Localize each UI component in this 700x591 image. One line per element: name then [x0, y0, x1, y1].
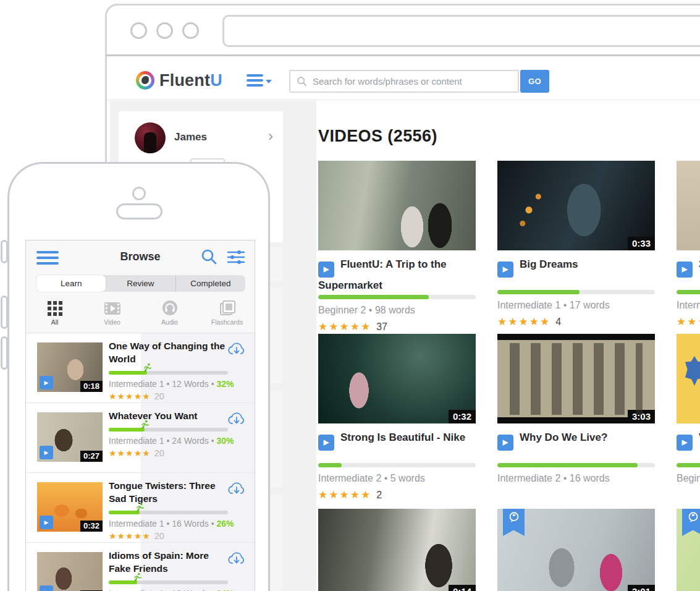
play-icon[interactable]: ▶ [318, 435, 334, 451]
duration-badge: 0:32 [449, 410, 476, 423]
video-thumbnail[interactable]: 0:32 [318, 334, 476, 423]
video-title: ▶FluentU: A Trip to the Supermarket [318, 257, 476, 294]
download-cloud-icon[interactable] [227, 481, 246, 500]
video-card[interactable]: 3:03 ▶Why Do We Live? Intermediate 2 • 1… [497, 334, 655, 501]
filter-all[interactable]: All [26, 299, 83, 326]
video-thumbnail[interactable]: 3:03 [497, 334, 655, 423]
duration-badge: 3:01 [628, 585, 655, 591]
duration-badge: 0:14 [449, 585, 476, 591]
rating-count: 20 [154, 531, 164, 541]
download-cloud-icon[interactable] [227, 551, 246, 569]
rating: ★★★★★2 [318, 488, 476, 501]
play-icon[interactable]: ▶ [318, 261, 334, 278]
progress-bar [497, 463, 655, 467]
video-thumbnail[interactable] [677, 509, 700, 591]
lesson-list-item[interactable]: ▶ 0:32 Tongue Twisters: Three Sad Tigers… [26, 473, 255, 543]
progress-bar [318, 463, 476, 467]
play-icon[interactable]: ▶ [497, 261, 513, 278]
window-control-2[interactable] [156, 22, 173, 39]
lesson-list-item[interactable]: ▶ 0:27 Whatever You Want Intermediate 1 … [26, 403, 255, 473]
video-card[interactable]: ▶3 Intermediate 1 ★★★★★ [677, 161, 700, 328]
video-thumbnail[interactable]: 3:01 [497, 509, 655, 591]
url-bar[interactable] [222, 15, 700, 47]
lesson-thumbnail[interactable]: ▶ 0:18 [37, 342, 103, 392]
search-icon [297, 76, 307, 87]
play-icon[interactable]: ▶ [677, 435, 693, 451]
progress-bar [677, 463, 700, 467]
video-meta: Intermediate 1 [677, 300, 700, 311]
video-card[interactable]: 0:32 ▶Strong Is Beautiful - Nike Interme… [318, 334, 476, 501]
lesson-thumbnail[interactable]: ▶ 0:32 [37, 482, 103, 532]
page-title: VIDEOS (2556) [318, 127, 437, 146]
progress-bar [497, 290, 655, 294]
play-icon: ▶ [40, 376, 53, 389]
tab-learn[interactable]: Learn [36, 275, 106, 292]
video-card[interactable]: 3:01 [497, 509, 655, 591]
stars: ★★★★★ [318, 321, 371, 333]
rating: ★★★★★20 [109, 391, 250, 401]
video-meta: Intermediate 2 • 5 words [318, 473, 476, 484]
video-thumbnail[interactable] [677, 161, 700, 250]
video-thumbnail[interactable] [677, 334, 700, 423]
lesson-thumbnail[interactable]: ▶ 0:27 [37, 412, 103, 462]
fluentu-globe-icon [136, 71, 154, 90]
stars: ★★★★★ [497, 316, 550, 328]
video-thumbnail[interactable]: 0:33 [497, 161, 655, 250]
headphones-icon [162, 300, 178, 316]
chevron-right-icon: › [268, 127, 273, 145]
fluentu-ribbon-badge [503, 509, 525, 536]
lesson-list-item[interactable]: ▶ 0:18 One Way of Changing the World Int… [26, 333, 255, 403]
progress-percent: 30% [217, 436, 234, 446]
rating: ★★★★★4 [497, 315, 655, 328]
video-thumbnail[interactable] [318, 161, 476, 250]
rating: ★★★★★20 [109, 448, 250, 458]
video-card[interactable]: 0:14 [318, 509, 476, 591]
video-card[interactable] [677, 509, 700, 591]
filter-audio[interactable]: Audio [141, 299, 198, 326]
video-title: ▶V [677, 430, 700, 462]
video-card[interactable]: 0:33 ▶Big Dreams Intermediate 1 • 17 wor… [497, 161, 655, 328]
play-icon[interactable]: ▶ [497, 435, 513, 451]
rating [497, 488, 655, 501]
app-filter-button[interactable] [226, 249, 246, 268]
app-screen: Browse Learn Review Completed All [25, 240, 255, 591]
rating-count: 20 [154, 391, 164, 401]
fluentu-logo[interactable]: FluentU [136, 70, 222, 91]
video-card[interactable]: ▶V Beginner 1 [677, 334, 700, 501]
search-icon [200, 248, 217, 265]
video-thumbnail[interactable]: 0:14 [318, 509, 476, 591]
runner-icon [135, 503, 145, 515]
play-icon[interactable]: ▶ [677, 261, 693, 278]
filter-video[interactable]: Video [83, 299, 141, 326]
logo-text: FluentU [159, 71, 222, 90]
video-meta: Intermediate 2 • 16 words [497, 473, 655, 484]
filter-flashcards[interactable]: Flashcards [198, 299, 255, 326]
lesson-list-item[interactable]: ▶ 0:18 Idioms of Spain: More Fake Friend… [26, 543, 255, 591]
download-cloud-icon[interactable] [227, 341, 246, 360]
rating: ★★★★★37 [318, 320, 476, 333]
main-menu-button[interactable] [247, 74, 274, 89]
tab-review[interactable]: Review [106, 275, 175, 292]
window-control-1[interactable] [130, 22, 147, 39]
app-search-button[interactable] [200, 248, 217, 268]
stars: ★★★★★ [109, 448, 151, 458]
window-control-3[interactable] [182, 22, 199, 39]
rating-count: 37 [376, 321, 387, 332]
app-title: Browse [26, 250, 255, 263]
grid-icon [48, 301, 62, 316]
lesson-thumbnail[interactable]: ▶ 0:18 [37, 552, 103, 591]
duration-badge: 0:32 [80, 521, 103, 532]
user-name: James [174, 131, 207, 143]
sliders-icon [226, 249, 246, 266]
go-button[interactable]: GO [520, 70, 549, 93]
download-cloud-icon[interactable] [227, 411, 246, 430]
screenshot-canvas: FluentU Search for words/phrases or cont… [0, 0, 700, 591]
phone-speaker [116, 203, 162, 219]
video-card[interactable]: ▶FluentU: A Trip to the Supermarket Begi… [318, 161, 476, 333]
video-title: ▶Strong Is Beautiful - Nike [318, 430, 476, 462]
stars: ★★★★★ [109, 391, 151, 401]
site-search-input[interactable]: Search for words/phrases or content [289, 70, 519, 93]
rating: ★★★★★20 [109, 531, 250, 541]
tab-completed[interactable]: Completed [175, 275, 245, 292]
video-title: ▶Why Do We Live? [497, 430, 655, 462]
